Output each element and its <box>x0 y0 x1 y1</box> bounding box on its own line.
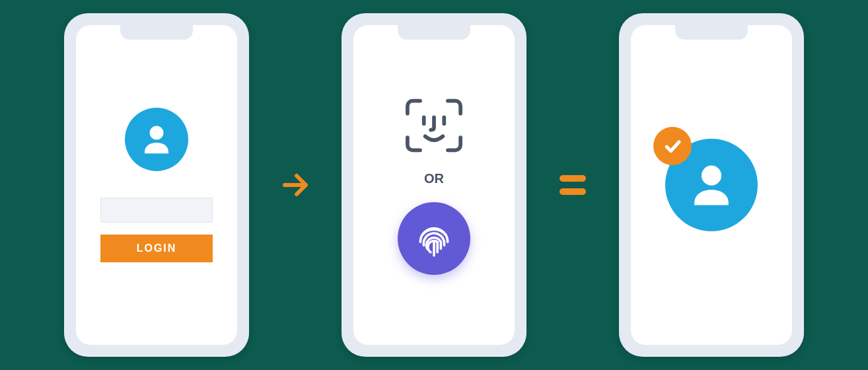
or-label: OR <box>424 171 444 186</box>
password-input[interactable] <box>100 198 213 223</box>
phone-login-screen: LOGIN <box>76 25 237 345</box>
phone-biometric: OR <box>342 13 526 357</box>
phone-success <box>619 13 804 357</box>
phone-notch <box>398 25 470 40</box>
login-button-label: LOGIN <box>137 242 177 254</box>
fingerprint-icon[interactable] <box>398 202 470 275</box>
phone-login: LOGIN <box>64 13 249 357</box>
user-avatar-icon <box>125 108 188 171</box>
equals-icon <box>553 175 593 195</box>
phone-notch <box>675 25 748 40</box>
arrow-right-icon <box>275 169 315 201</box>
login-button[interactable]: LOGIN <box>100 235 213 262</box>
svg-point-0 <box>150 126 164 140</box>
phone-notch <box>120 25 193 40</box>
phone-success-screen <box>631 25 792 345</box>
phone-biometric-screen: OR <box>353 25 515 345</box>
authenticated-user <box>665 139 758 231</box>
checkmark-badge-icon <box>653 127 692 165</box>
svg-point-4 <box>702 166 721 186</box>
face-id-icon[interactable] <box>398 96 470 155</box>
